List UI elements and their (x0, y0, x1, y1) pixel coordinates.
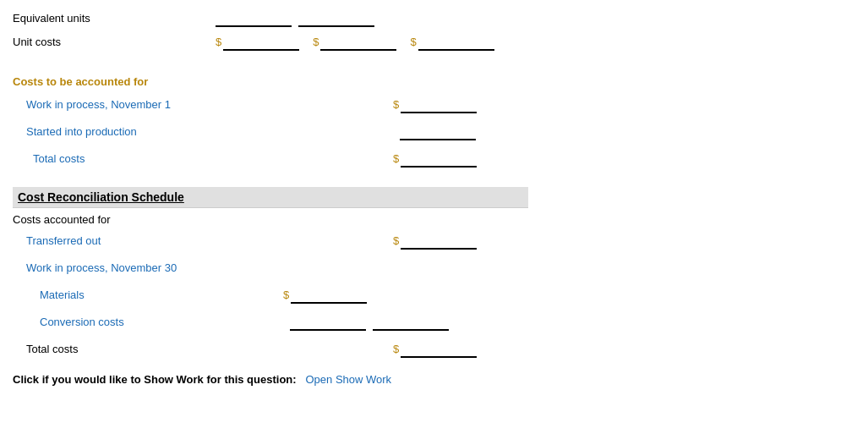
equivalent-units-row: Equivalent units (13, 8, 855, 27)
conversion-costs-inputs (290, 312, 449, 331)
costs-to-be-accounted-section: Costs to be accounted for Work in proces… (13, 75, 855, 169)
conversion-costs-input-1[interactable] (290, 312, 366, 331)
reconciliation-total-input[interactable] (401, 339, 477, 358)
unit-costs-row: Unit costs $ $ $ (13, 30, 855, 52)
conversion-costs-input-2[interactable] (373, 312, 449, 331)
reconciliation-total-row: Total costs $ (13, 338, 855, 360)
dollar-sign-wip1: $ (393, 98, 399, 111)
cost-reconciliation-section: Cost Reconciliation Schedule Costs accou… (13, 187, 855, 360)
work-in-process-nov1-input-group: $ (393, 95, 483, 113)
costs-total-input[interactable] (401, 149, 477, 168)
work-in-process-nov1-label: Work in process, November 1 (13, 98, 171, 111)
materials-row: Materials $ (13, 283, 855, 305)
conversion-costs-input-group (290, 312, 449, 331)
show-work-prompt: Click if you would like to Show Work for… (13, 373, 297, 386)
dollar-sign-1: $ (216, 36, 221, 48)
unit-costs-group-2: $ (313, 32, 396, 51)
costs-total-row: Total costs $ (13, 147, 855, 169)
equivalent-units-label: Equivalent units (13, 12, 90, 25)
materials-label: Materials (13, 288, 85, 301)
work-in-process-nov30-label: Work in process, November 30 (13, 261, 177, 274)
materials-input-group: $ (283, 285, 374, 304)
wip-nov1-dollar-group: $ (393, 95, 477, 113)
started-into-production-row: Started into production (13, 120, 855, 142)
show-work-section: Click if you would like to Show Work for… (13, 373, 855, 386)
started-into-production-label: Started into production (13, 125, 137, 138)
transferred-out-label: Transferred out (13, 234, 101, 247)
materials-dollar-group: $ (283, 285, 367, 304)
work-in-process-nov30-row: Work in process, November 30 (13, 256, 855, 278)
dollar-sign-3: $ (410, 36, 416, 48)
conversion-costs-label: Conversion costs (13, 316, 124, 328)
unit-costs-input-3[interactable] (418, 32, 494, 51)
materials-input[interactable] (291, 285, 367, 304)
work-in-process-nov1-row: Work in process, November 1 $ (13, 93, 855, 115)
reconciliation-total-label: Total costs (13, 343, 78, 355)
costs-total-dollar-group: $ (393, 149, 477, 168)
transferred-out-input[interactable] (401, 231, 477, 250)
dollar-sign-total2: $ (393, 343, 399, 355)
unit-costs-inputs: $ $ $ (216, 32, 501, 51)
transferred-out-row: Transferred out $ (13, 229, 855, 251)
costs-accounted-label: Costs accounted for (13, 213, 855, 226)
equivalent-units-input-1[interactable] (216, 8, 292, 27)
reconciliation-header: Cost Reconciliation Schedule (13, 187, 528, 208)
costs-total-label: Total costs (13, 152, 85, 165)
transferred-out-input-group: $ (393, 231, 483, 250)
dollar-sign-2: $ (313, 36, 319, 48)
unit-costs-label: Unit costs (13, 36, 61, 48)
conversion-costs-row: Conversion costs (13, 310, 855, 332)
costs-total-input-group: $ (393, 149, 483, 168)
costs-section-label: Costs to be accounted for (13, 75, 855, 88)
equivalent-units-inputs (216, 8, 374, 27)
reconciliation-total-dollar-group: $ (393, 339, 477, 358)
unit-costs-group-3: $ (410, 32, 494, 51)
started-into-production-input[interactable] (400, 122, 476, 140)
dollar-sign-transferred: $ (393, 234, 399, 247)
dollar-sign-materials: $ (283, 288, 289, 301)
reconciliation-total-input-group: $ (393, 339, 483, 358)
equivalent-units-input-2[interactable] (298, 8, 374, 27)
open-show-work-link[interactable]: Open Show Work (305, 373, 391, 386)
dollar-sign-total1: $ (393, 152, 399, 165)
transferred-out-dollar-group: $ (393, 231, 477, 250)
started-into-production-input-group (400, 122, 476, 140)
unit-costs-group-1: $ (216, 32, 299, 51)
unit-costs-input-1[interactable] (223, 32, 299, 51)
work-in-process-nov1-input[interactable] (401, 95, 477, 113)
unit-costs-input-2[interactable] (320, 32, 396, 51)
